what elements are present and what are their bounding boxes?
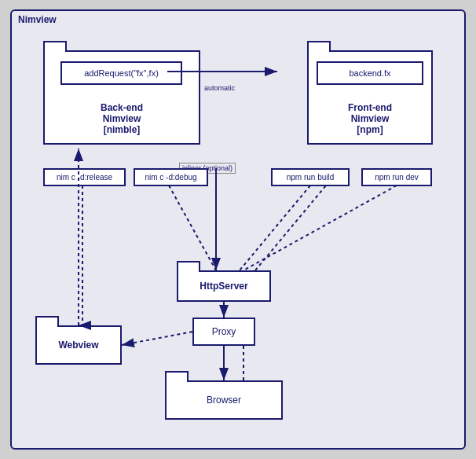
proxy-label: Proxy: [194, 319, 254, 344]
svg-line-11: [122, 332, 192, 345]
diagram-container: Nimview addRequest("fx",fx) Back-end Nim…: [10, 9, 466, 450]
webview-label: Webview: [37, 327, 120, 363]
backend-label-1: Back-end: [45, 102, 199, 113]
cmd-debug: nim c -d:debug: [134, 168, 208, 186]
browser-label: Browser: [167, 382, 281, 418]
frontend-label-3: [npm]: [309, 124, 431, 135]
httpserver-box: HttpServer: [177, 270, 271, 302]
backend-label-2: Nimview: [45, 113, 199, 124]
frontend-label-1: Front-end: [309, 102, 431, 113]
cmd-npm-dev: npm run dev: [361, 168, 432, 186]
frontend-box: backend.fx Front-end Nimview [npm]: [307, 50, 433, 145]
httpserver-tab: [177, 261, 200, 272]
webview-tab: [35, 316, 59, 327]
svg-line-8: [243, 185, 397, 270]
webview-box: Webview: [35, 325, 122, 365]
cmd-npm-build: npm run build: [271, 168, 350, 186]
browser-box: Browser: [165, 380, 283, 420]
frontend-box-tab: [307, 41, 331, 52]
browser-tab: [165, 371, 189, 382]
svg-line-7: [240, 185, 310, 270]
diagram-title: Nimview: [18, 14, 57, 25]
backend-box-tab: [43, 41, 67, 52]
automatic-label: automatic: [204, 84, 235, 92]
backend-label-3: [nimble]: [45, 124, 199, 135]
inner-box-frontend: backend.fx: [317, 61, 423, 85]
svg-line-14: [255, 185, 326, 270]
proxy-box: Proxy: [192, 318, 255, 346]
httpserver-label: HttpServer: [178, 272, 269, 300]
inner-box-backend: addRequest("fx",fx): [60, 61, 182, 85]
cmd-release: nim c -d:release: [43, 168, 126, 186]
svg-line-6: [169, 185, 216, 270]
frontend-label-2: Nimview: [309, 113, 431, 124]
backend-box: addRequest("fx",fx) Back-end Nimview [ni…: [43, 50, 200, 145]
